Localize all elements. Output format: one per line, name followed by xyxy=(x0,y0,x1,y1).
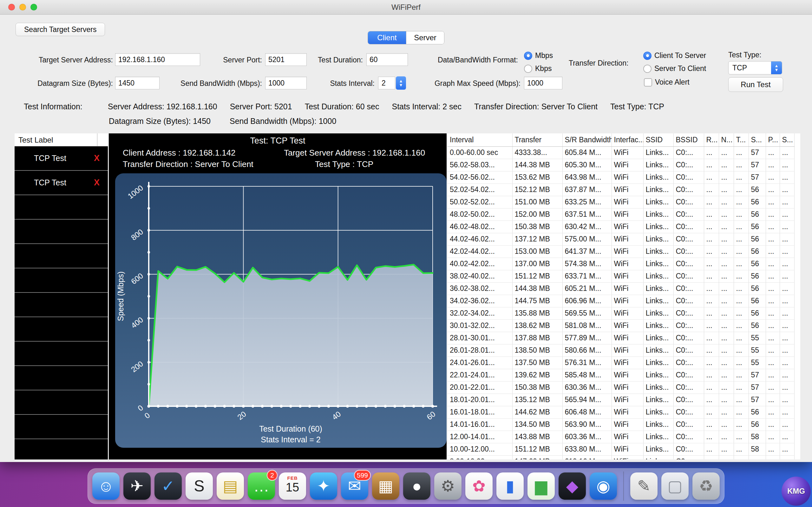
test-duration-input[interactable] xyxy=(366,53,408,66)
table-row[interactable]: 12.00-14.01...143.88 MB603.36 M...WiFiLi… xyxy=(448,431,794,443)
kbps-radio[interactable] xyxy=(524,65,532,73)
mbps-radio-row[interactable]: Mbps xyxy=(524,51,553,60)
table-row[interactable]: 18.01-20.01...135.12 MB565.94 M...WiFiLi… xyxy=(448,394,794,406)
delete-test-icon[interactable]: X xyxy=(86,153,108,163)
table-row[interactable]: 24.01-26.01...137.50 MB576.31 M...WiFiLi… xyxy=(448,356,794,369)
table-row[interactable]: 34.02-36.02...144.75 MB606.96 M...WiFiLi… xyxy=(448,295,794,307)
kbps-radio-row[interactable]: Kbps xyxy=(524,64,552,73)
table-row[interactable]: 28.01-30.01...137.88 MB577.89 M...WiFiLi… xyxy=(448,332,794,344)
table-row[interactable]: 54.02-56.02...153.62 MB643.98 M...WiFiLi… xyxy=(448,171,794,183)
photos-icon[interactable]: ✿ xyxy=(465,472,493,500)
speed-graph: 020040060080010000204060Speed (Mbps)Test… xyxy=(115,173,447,448)
send-bandwidth-label: Send BandWidth (Mbps): xyxy=(171,79,262,88)
column-header[interactable]: S/R Bandwidth xyxy=(562,133,612,147)
textedit-icon[interactable]: ✎ xyxy=(630,472,658,500)
column-header[interactable]: Transfer xyxy=(512,133,562,147)
messages-icon[interactable]: …2 xyxy=(248,472,275,500)
trash-icon[interactable]: ♻ xyxy=(693,472,720,500)
server-port-input[interactable] xyxy=(265,53,307,66)
test-type-dropdown[interactable]: TCP ▲▼ xyxy=(728,61,782,74)
mail-icon[interactable]: ✉599 xyxy=(341,472,368,500)
test-duration-label: Test Duration: xyxy=(301,56,363,64)
table-row[interactable]: 52.02-54.02...152.12 MB637.87 M...WiFiLi… xyxy=(448,183,794,196)
calendar-icon[interactable]: FEB15 xyxy=(279,472,306,500)
table-row[interactable]: 32.02-34.02...135.88 MB569.55 M...WiFiLi… xyxy=(448,307,794,320)
numbers-icon[interactable]: ▆ xyxy=(527,472,555,500)
affinity-photo-icon[interactable]: ◆ xyxy=(559,472,586,500)
dark-utility-icon[interactable]: ● xyxy=(403,472,430,500)
server-port-label: Server Port: xyxy=(203,56,262,64)
zoom-window-icon[interactable] xyxy=(31,4,37,10)
launchpad-icon[interactable]: ✈ xyxy=(123,472,151,500)
graph-max-speed-input[interactable] xyxy=(524,77,562,89)
column-header[interactable]: P... xyxy=(766,133,780,147)
close-window-icon[interactable] xyxy=(8,4,15,10)
column-header[interactable]: S... xyxy=(749,133,766,147)
delete-test-icon[interactable]: X xyxy=(86,178,108,187)
test-info-item: Server Address: 192.168.1.160 xyxy=(108,102,217,111)
table-row[interactable]: 16.01-18.01...144.62 MB606.48 M...WiFiLi… xyxy=(448,406,794,418)
table-row[interactable]: 0.00-60.00 sec4333.38...605.84 M...WiFiL… xyxy=(448,147,794,159)
minimize-window-icon[interactable] xyxy=(19,4,26,10)
column-header[interactable]: Interfac... xyxy=(612,133,643,147)
column-header[interactable]: R... xyxy=(704,133,719,147)
remote-app-icon[interactable]: ◉ xyxy=(590,472,617,500)
tab-client[interactable]: Client xyxy=(368,32,406,44)
voice-alert-row[interactable]: Voice Alert xyxy=(644,78,690,87)
test-label-row[interactable]: TCP TestX xyxy=(14,147,108,171)
test-label-row[interactable]: TCP TestX xyxy=(14,171,108,195)
table-row[interactable]: 36.02-38.02...144.38 MB605.21 M...WiFiLi… xyxy=(448,282,794,295)
table-row[interactable]: 22.01-24.01...139.62 MB585.48 M...WiFiLi… xyxy=(448,369,794,381)
table-row[interactable]: 20.01-22.01...150.38 MB630.36 M...WiFiLi… xyxy=(448,381,794,394)
datagram-size-input[interactable] xyxy=(115,77,159,89)
notes-icon[interactable]: ▤ xyxy=(217,472,244,500)
table-row[interactable]: 44.02-46.02...137.12 MB575.00 M...WiFiLi… xyxy=(448,233,794,245)
table-row[interactable]: 30.01-32.02...138.62 MB581.08 M...WiFiLi… xyxy=(448,320,794,332)
table-row[interactable]: 56.02-58.03...144.38 MB605.30 M...WiFiLi… xyxy=(448,159,794,171)
client-to-server-radio-row[interactable]: Client To Server xyxy=(643,51,706,60)
table-row[interactable]: 46.02-48.02...150.38 MB630.42 M...WiFiLi… xyxy=(448,221,794,233)
server-to-client-radio[interactable] xyxy=(643,65,652,73)
gold-app-icon[interactable]: ▦ xyxy=(372,472,399,500)
send-bandwidth-input[interactable] xyxy=(265,77,307,89)
svg-text:800: 800 xyxy=(130,227,145,242)
column-header[interactable]: SSID xyxy=(643,133,673,147)
documents-icon[interactable]: ▢ xyxy=(661,472,689,500)
settings-icon[interactable]: ⚙ xyxy=(434,472,461,500)
table-row[interactable]: 14.01-16.01...134.50 MB563.90 M...WiFiLi… xyxy=(448,418,794,431)
voice-alert-checkbox[interactable] xyxy=(644,78,652,87)
table-row[interactable]: 8.00-10.00 sec147.62 MB619.16 M...WiFiLi… xyxy=(448,455,794,459)
finder-icon[interactable]: ☺ xyxy=(92,472,119,500)
table-row[interactable]: 42.02-44.02...153.00 MB641.37 M...WiFiLi… xyxy=(448,245,794,258)
stats-interval-value[interactable]: 2 xyxy=(378,77,395,89)
tab-server[interactable]: Server xyxy=(406,32,444,44)
stats-interval-stepper-icon[interactable]: ▲▼ xyxy=(396,76,406,90)
search-target-servers-button[interactable]: Search Target Servers xyxy=(15,23,105,36)
target-server-address-input[interactable] xyxy=(115,53,200,66)
run-test-button[interactable]: Run Test xyxy=(728,77,783,92)
column-header[interactable]: Interval xyxy=(448,133,512,147)
table-row[interactable]: 26.01-28.01...138.50 MB580.66 M...WiFiLi… xyxy=(448,344,794,356)
keynote-icon[interactable]: ▮ xyxy=(496,472,524,500)
table-row[interactable]: 10.00-12.00...151.12 MB633.80 M...WiFiLi… xyxy=(448,443,794,455)
client-to-server-radio[interactable] xyxy=(643,52,652,60)
column-header[interactable]: BSSID xyxy=(673,133,704,147)
empty-test-row xyxy=(14,317,108,342)
things-icon[interactable]: ✓ xyxy=(154,472,182,500)
svg-text:600: 600 xyxy=(130,271,145,286)
table-row[interactable]: 40.02-42.02...137.00 MB574.38 M...WiFiLi… xyxy=(448,258,794,270)
column-header[interactable]: T... xyxy=(734,133,749,147)
svg-text:0: 0 xyxy=(136,403,145,413)
test-type-stepper-icon[interactable]: ▲▼ xyxy=(771,61,782,74)
table-row[interactable]: 50.02-52.02...151.00 MB633.25 M...WiFiLi… xyxy=(448,196,794,208)
safari-icon[interactable]: ✦ xyxy=(310,472,337,500)
column-header[interactable]: N... xyxy=(719,133,734,147)
s-app-icon[interactable]: S xyxy=(186,472,213,500)
table-row[interactable]: 48.02-50.02...152.00 MB637.51 M...WiFiLi… xyxy=(448,208,794,221)
mbps-radio[interactable] xyxy=(524,52,532,60)
table-row[interactable]: 38.02-40.02...151.12 MB633.71 M...WiFiLi… xyxy=(448,270,794,282)
mbps-radio-label: Mbps xyxy=(535,51,553,60)
column-header[interactable]: S... xyxy=(780,133,794,147)
server-to-client-radio-row[interactable]: Server To Client xyxy=(643,64,706,73)
test-info-item: Send Bandwidth (Mbps): 1000 xyxy=(230,117,336,126)
